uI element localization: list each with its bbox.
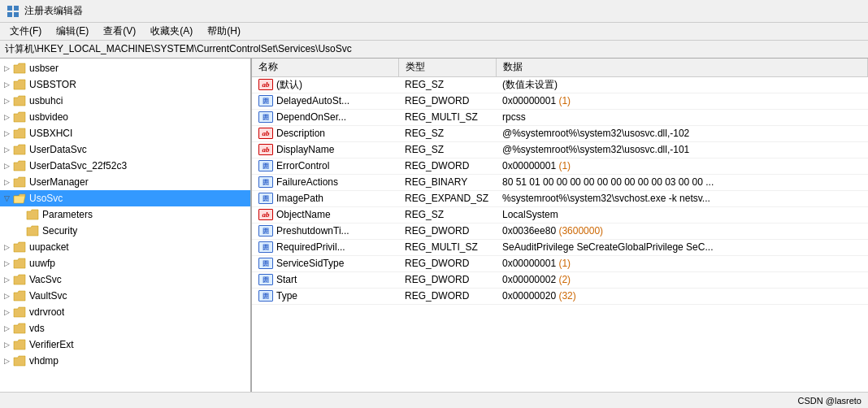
table-row[interactable]: 囲FailureActionsREG_BINARY80 51 01 00 00 …	[252, 174, 868, 190]
tree-item-verifierext[interactable]: ▷ VerifierExt	[0, 336, 250, 353]
folder-icon	[13, 79, 26, 90]
expand-icon: ▽	[0, 192, 13, 205]
table-row[interactable]: 囲DelayedAutoSt...REG_DWORD0x00000001 (1)	[252, 93, 868, 109]
value-data: 0x0036ee80 (3600000)	[496, 223, 868, 239]
expand-icon: ▷	[0, 111, 13, 124]
table-row[interactable]: 囲ErrorControlREG_DWORD0x00000001 (1)	[252, 158, 868, 174]
folder-icon	[13, 258, 26, 269]
folder-icon	[13, 111, 26, 123]
value-data: 0x00000001 (1)	[496, 255, 868, 271]
table-row[interactable]: 囲TypeREG_DWORD0x00000020 (32)	[252, 288, 868, 304]
expand-icon: ▷	[0, 338, 13, 351]
value-name: Type	[276, 290, 297, 302]
expand-icon: ▷	[0, 127, 13, 140]
tree-pane[interactable]: ▷ usbser ▷ USBSTOR ▷ usbuhci ▷	[0, 59, 252, 392]
table-row[interactable]: abDescriptionREG_SZ@%systemroot%\system3…	[252, 125, 868, 141]
folder-icon	[13, 128, 26, 139]
tree-item-vhdmp[interactable]: ▷ vhdmp	[0, 353, 250, 369]
svg-rect-1	[14, 6, 19, 11]
value-data: (数值未设置)	[496, 76, 868, 93]
expand-icon: ▷	[0, 289, 13, 302]
tree-label: vdrvroot	[29, 306, 64, 318]
tree-item-vacsvc[interactable]: ▷ VacSvc	[0, 271, 250, 288]
tree-item-vds[interactable]: ▷ vds	[0, 320, 250, 336]
value-data: 80 51 01 00 00 00 00 00 00 00 00 00 03 0…	[496, 174, 868, 190]
folder-icon	[13, 176, 26, 188]
value-name-cell: abDisplayName	[252, 141, 398, 158]
table-row[interactable]: 囲DependOnSer...REG_MULTI_SZrpcss	[252, 109, 868, 125]
value-data: LocalSystem	[496, 206, 868, 223]
type-icon: 囲	[258, 225, 273, 237]
tree-item-userdatasvc22[interactable]: ▷ UserDataSvc_22f52c3	[0, 158, 250, 174]
svg-rect-2	[7, 12, 12, 17]
expand-icon: ▷	[0, 257, 13, 270]
value-name-cell: 囲Type	[252, 288, 398, 304]
expand-icon: ▷	[0, 143, 13, 156]
tree-label: Security	[42, 225, 77, 237]
value-data: @%systemroot%\system32\usosvc.dll,-102	[496, 125, 868, 141]
tree-item-usermanager[interactable]: ▷ UserManager	[0, 174, 250, 190]
value-name: DisplayName	[276, 144, 334, 155]
table-row[interactable]: 囲ServiceSidTypeREG_DWORD0x00000001 (1)	[252, 255, 868, 271]
tree-item-usbuhci[interactable]: ▷ usbuhci	[0, 93, 250, 109]
tree-label: usbvideo	[29, 111, 68, 123]
menu-favorites[interactable]: 收藏夹(A)	[144, 23, 199, 40]
tree-label: usbser	[29, 63, 59, 74]
value-data: 0x00000001 (1)	[496, 93, 868, 109]
tree-item-usosvc[interactable]: ▽ UsoSvc	[0, 190, 250, 206]
value-name-cell: 囲DelayedAutoSt...	[252, 93, 398, 109]
tree-item-usbstor[interactable]: ▷ USBSTOR	[0, 76, 250, 93]
col-header-data: 数据	[496, 59, 868, 76]
tree-label: uupacket	[29, 241, 69, 253]
tree-item-vdrvroot[interactable]: ▷ vdrvroot	[0, 304, 250, 320]
menu-edit[interactable]: 编辑(E)	[50, 23, 95, 40]
tree-label: VaultSvc	[29, 290, 67, 302]
value-highlight: (1)	[558, 95, 571, 106]
table-row[interactable]: ab(默认)REG_SZ(数值未设置)	[252, 76, 868, 93]
address-label: 计算机\HKEY_LOCAL_MACHINE\SYSTEM\CurrentCon…	[5, 42, 352, 56]
tree-item-usbxhci[interactable]: ▷ USBXHCI	[0, 125, 250, 141]
expand-icon: ▷	[0, 306, 13, 319]
value-data: 0x00000002 (2)	[496, 271, 868, 288]
expand-icon: ▷	[0, 241, 13, 254]
value-highlight: (1)	[558, 258, 571, 269]
value-type: REG_SZ	[398, 141, 496, 158]
table-row[interactable]: abDisplayNameREG_SZ@%systemroot%\system3…	[252, 141, 868, 158]
tree-label: UserDataSvc	[29, 144, 87, 155]
type-icon: ab	[258, 209, 273, 220]
tree-label: USBXHCI	[29, 128, 72, 139]
menu-help[interactable]: 帮助(H)	[201, 23, 247, 40]
tree-item-security[interactable]: ▷ Security	[0, 223, 250, 239]
folder-icon	[13, 306, 26, 318]
tree-item-vaultsvc[interactable]: ▷ VaultSvc	[0, 288, 250, 304]
tree-label: UserDataSvc_22f52c3	[29, 160, 127, 171]
table-row[interactable]: 囲StartREG_DWORD0x00000002 (2)	[252, 271, 868, 288]
value-name-cell: 囲Start	[252, 271, 398, 288]
folder-icon	[13, 95, 26, 106]
tree-item-usbvideo[interactable]: ▷ usbvideo	[0, 109, 250, 125]
tree-label: usbuhci	[29, 95, 63, 106]
tree-item-uupacket[interactable]: ▷ uupacket	[0, 239, 250, 255]
menu-file[interactable]: 文件(F)	[3, 23, 48, 40]
table-row[interactable]: 囲RequiredPrivil...REG_MULTI_SZSeAuditPri…	[252, 239, 868, 255]
table-row[interactable]: abObjectNameREG_SZLocalSystem	[252, 206, 868, 223]
col-header-name: 名称	[252, 59, 398, 76]
tree-item-parameters[interactable]: ▷ Parameters	[0, 206, 250, 223]
tree-label: UsoSvc	[29, 193, 63, 204]
tree-item-usbser[interactable]: ▷ usbser	[0, 60, 250, 76]
folder-icon	[13, 274, 26, 285]
value-name-cell: 囲FailureActions	[252, 174, 398, 190]
tree-item-userdatasvc[interactable]: ▷ UserDataSvc	[0, 141, 250, 158]
value-data: 0x00000020 (32)	[496, 288, 868, 304]
values-pane: 名称 类型 数据 ab(默认)REG_SZ(数值未设置)囲DelayedAuto…	[252, 59, 868, 392]
value-name-cell: 囲RequiredPrivil...	[252, 239, 398, 255]
value-type: REG_DWORD	[398, 288, 496, 304]
folder-icon	[13, 160, 26, 171]
table-row[interactable]: 囲ImagePathREG_EXPAND_SZ%systemroot%\syst…	[252, 190, 868, 206]
value-type: REG_SZ	[398, 125, 496, 141]
tree-item-uuwfp[interactable]: ▷ uuwfp	[0, 255, 250, 271]
value-type: REG_BINARY	[398, 174, 496, 190]
menu-view[interactable]: 查看(V)	[97, 23, 142, 40]
type-icon: 囲	[258, 193, 273, 204]
table-row[interactable]: 囲PreshutdownTi...REG_DWORD0x0036ee80 (36…	[252, 223, 868, 239]
